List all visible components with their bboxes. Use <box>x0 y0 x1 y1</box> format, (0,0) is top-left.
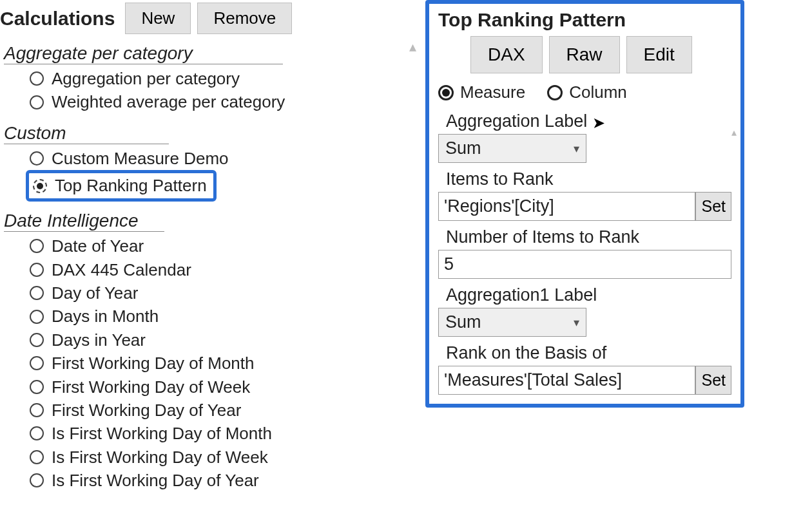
items-to-rank-label: Items to Rank <box>446 169 731 189</box>
scroll-up-icon[interactable]: ▴ <box>409 39 416 55</box>
chevron-down-icon: ▾ <box>574 316 579 330</box>
radio-icon <box>30 356 44 370</box>
items-to-rank-input[interactable]: 'Regions'[City] <box>438 192 695 221</box>
option-weighted-average[interactable]: Weighted average per category <box>30 90 412 113</box>
items-set-button[interactable]: Set <box>695 192 731 221</box>
radio-icon <box>30 403 44 417</box>
option-day-of-year[interactable]: Day of Year <box>30 281 412 305</box>
option-label: Days in Month <box>52 305 159 328</box>
option-label: Is First Working Day of Week <box>52 446 268 469</box>
remove-button[interactable]: Remove <box>197 3 292 34</box>
radio-icon <box>30 380 44 394</box>
rank-basis-input[interactable]: 'Measures'[Total Sales] <box>438 366 695 395</box>
select-value: Sum <box>445 312 481 332</box>
aggregation1-label: Aggregation1 Label <box>446 285 731 305</box>
panel-scroll-up-icon[interactable]: ▴ <box>729 126 739 146</box>
option-aggregation-per-category[interactable]: Aggregation per category <box>30 67 412 90</box>
calculations-title: Calculations <box>0 8 115 30</box>
radio-icon <box>30 286 44 300</box>
option-is-first-working-day-month[interactable]: Is First Working Day of Month <box>30 422 412 445</box>
radio-selected-icon <box>33 179 47 193</box>
radio-icon <box>30 95 44 109</box>
group-custom-list: Custom Measure Demo Top Ranking Pattern <box>30 147 412 202</box>
option-days-in-month[interactable]: Days in Month <box>30 305 412 328</box>
edit-button[interactable]: Edit <box>626 36 692 73</box>
radio-icon <box>30 239 44 253</box>
option-label: DAX 445 Calendar <box>52 258 191 281</box>
select-value: Sum <box>445 138 481 158</box>
radio-icon <box>30 426 44 440</box>
aggregation-select[interactable]: Sum ▾ <box>438 134 586 163</box>
group-label-custom: Custom <box>4 123 169 144</box>
new-button[interactable]: New <box>125 3 191 34</box>
option-days-in-year[interactable]: Days in Year <box>30 328 412 352</box>
group-label-date-intelligence: Date Intelligence <box>4 211 164 232</box>
group-label-aggregate: Aggregate per category <box>4 43 283 64</box>
group-date-intelligence-list: Date of Year DAX 445 Calendar Day of Yea… <box>30 234 412 492</box>
calculations-header: Calculations New Remove <box>0 3 412 34</box>
calculations-panel: Calculations New Remove Aggregate per ca… <box>0 0 412 497</box>
option-label: Custom Measure Demo <box>52 147 229 170</box>
aggregation-label: Aggregation Label ➤ <box>446 111 731 131</box>
option-label: Is First Working Day of Year <box>52 469 259 492</box>
option-label: Aggregation per category <box>52 67 240 90</box>
radio-measure-label: Measure <box>460 82 525 102</box>
cursor-icon: ➤ <box>592 114 605 132</box>
radio-icon <box>30 71 44 86</box>
radio-icon <box>30 310 44 324</box>
option-label: Weighted average per category <box>52 90 285 113</box>
option-label: First Working Day of Week <box>52 375 250 399</box>
option-top-ranking-pattern[interactable]: Top Ranking Pattern <box>26 170 217 202</box>
basis-set-button[interactable]: Set <box>695 366 731 395</box>
number-of-items-input[interactable]: 5 <box>438 250 731 279</box>
radio-icon <box>30 333 44 347</box>
radio-icon <box>30 450 44 464</box>
number-of-items-label: Number of Items to Rank <box>446 227 731 247</box>
option-label: Day of Year <box>52 281 138 305</box>
option-label: Days in Year <box>52 328 146 352</box>
option-first-working-day-year[interactable]: First Working Day of Year <box>30 399 412 422</box>
panel-title: Top Ranking Pattern <box>438 9 731 31</box>
option-label: First Working Day of Month <box>52 352 255 375</box>
rank-basis-label: Rank on the Basis of <box>446 343 731 363</box>
chevron-down-icon: ▾ <box>574 142 579 156</box>
option-label: Is First Working Day of Month <box>52 422 272 445</box>
radio-icon <box>30 151 44 165</box>
aggregation1-select[interactable]: Sum ▾ <box>438 308 586 337</box>
raw-button[interactable]: Raw <box>549 36 620 73</box>
radio-icon <box>30 473 44 487</box>
panel-buttons: DAX Raw Edit <box>470 36 731 73</box>
pattern-details-panel: Top Ranking Pattern DAX Raw Edit Measure… <box>425 0 744 408</box>
option-custom-measure-demo[interactable]: Custom Measure Demo <box>30 147 412 170</box>
option-is-first-working-day-week[interactable]: Is First Working Day of Week <box>30 446 412 469</box>
option-label: Top Ranking Pattern <box>55 176 207 196</box>
group-aggregate-list: Aggregation per category Weighted averag… <box>30 67 412 114</box>
option-is-first-working-day-year[interactable]: Is First Working Day of Year <box>30 469 412 492</box>
option-first-working-day-month[interactable]: First Working Day of Month <box>30 352 412 375</box>
option-first-working-day-week[interactable]: First Working Day of Week <box>30 375 412 399</box>
radio-measure-icon[interactable] <box>438 85 454 100</box>
type-radio-group: Measure Column <box>438 82 731 102</box>
radio-icon <box>30 263 44 277</box>
option-label: First Working Day of Year <box>52 399 241 422</box>
dax-button[interactable]: DAX <box>470 36 543 73</box>
radio-column-label: Column <box>569 82 627 102</box>
radio-column-icon[interactable] <box>547 85 563 100</box>
option-label: Date of Year <box>52 234 144 258</box>
option-dax-445-calendar[interactable]: DAX 445 Calendar <box>30 258 412 281</box>
option-date-of-year[interactable]: Date of Year <box>30 234 412 258</box>
